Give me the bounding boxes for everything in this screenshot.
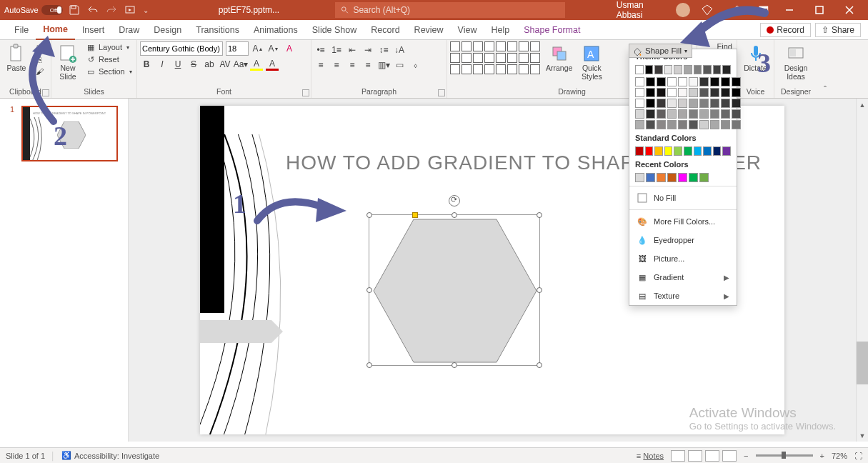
adjustment-handle[interactable] [412, 212, 418, 218]
change-case-button[interactable]: Aa▾ [234, 58, 247, 71]
italic-button[interactable]: I [156, 58, 169, 71]
resize-handle-l[interactable] [366, 287, 372, 293]
color-swatch[interactable] [732, 77, 741, 86]
minimize-button[interactable] [775, 0, 804, 20]
resize-handle-tr[interactable] [537, 212, 542, 218]
resize-handle-r[interactable] [537, 287, 542, 293]
tab-transitions[interactable]: Transitions [189, 20, 246, 40]
decrease-font-icon[interactable]: A▼ [267, 42, 280, 55]
color-swatch[interactable] [678, 88, 687, 97]
color-swatch[interactable] [654, 146, 663, 156]
color-swatch[interactable] [657, 120, 666, 129]
color-swatch[interactable] [678, 173, 687, 182]
zoom-out-button[interactable]: − [744, 452, 748, 460]
color-swatch[interactable] [667, 88, 677, 97]
accessibility-icon[interactable]: ♿ [61, 451, 71, 460]
color-swatch[interactable] [667, 99, 677, 108]
color-swatch[interactable] [646, 77, 655, 86]
color-swatch[interactable] [667, 109, 677, 119]
color-swatch[interactable] [699, 99, 709, 108]
color-swatch[interactable] [689, 109, 698, 119]
color-swatch[interactable] [667, 120, 677, 129]
selected-shape[interactable] [369, 214, 540, 366]
color-swatch[interactable] [721, 99, 730, 108]
color-swatch[interactable] [646, 88, 655, 97]
color-swatch[interactable] [721, 88, 730, 97]
increase-font-icon[interactable]: A▲ [251, 42, 264, 55]
close-button[interactable] [835, 0, 864, 20]
slideshow-view-button[interactable] [722, 450, 737, 462]
justify-button[interactable]: ≡ [361, 59, 374, 71]
vertical-scrollbar[interactable]: ▲ ▼ [856, 99, 868, 442]
start-from-beginning-icon[interactable] [124, 4, 136, 16]
scroll-down-icon[interactable]: ▼ [857, 429, 868, 442]
tab-design[interactable]: Design [146, 20, 189, 40]
decrease-indent-button[interactable]: ⇤ [346, 44, 359, 56]
line-spacing-button[interactable]: ↕≡ [377, 44, 390, 56]
design-ideas-button[interactable]: Design Ideas [777, 41, 814, 82]
color-swatch[interactable] [694, 65, 702, 74]
color-swatch[interactable] [684, 65, 692, 74]
color-swatch[interactable] [657, 173, 666, 182]
zoom-in-button[interactable]: + [820, 452, 824, 460]
color-swatch[interactable] [635, 88, 644, 97]
color-swatch[interactable] [699, 120, 709, 129]
color-swatch[interactable] [635, 146, 644, 156]
tab-record[interactable]: Record [364, 20, 406, 40]
color-swatch[interactable] [721, 77, 730, 86]
color-swatch[interactable] [689, 88, 698, 97]
color-swatch[interactable] [689, 99, 698, 108]
section-button[interactable]: ▭Section▾ [84, 66, 134, 77]
fit-to-window-button[interactable]: ⛶ [854, 452, 862, 460]
columns-button[interactable]: ▥▾ [377, 59, 390, 71]
color-swatch[interactable] [710, 120, 719, 129]
align-text-button[interactable]: ▭ [393, 59, 406, 71]
shapes-gallery[interactable] [450, 41, 540, 74]
highlight-button[interactable]: A [250, 58, 263, 71]
color-swatch[interactable] [635, 99, 644, 108]
tab-shape-format[interactable]: Shape Format [517, 20, 587, 40]
more-colors-item[interactable]: 🎨More Fill Colors... [629, 212, 737, 231]
color-swatch[interactable] [635, 120, 644, 129]
font-color-button[interactable]: A [266, 58, 279, 71]
color-swatch[interactable] [657, 99, 666, 108]
color-swatch[interactable] [646, 109, 655, 119]
shadow-button[interactable]: ab [203, 58, 216, 71]
color-swatch[interactable] [721, 109, 730, 119]
color-swatch[interactable] [713, 146, 722, 156]
color-swatch[interactable] [678, 120, 687, 129]
share-button[interactable]: ⇧Share [815, 23, 861, 37]
collapse-ribbon-icon[interactable]: ˆ [817, 40, 833, 98]
clear-format-icon[interactable]: A [283, 42, 296, 55]
color-swatch[interactable] [635, 77, 644, 86]
color-swatch[interactable] [732, 88, 741, 97]
bullets-button[interactable]: •≡ [314, 44, 327, 56]
resize-handle-tl[interactable] [366, 212, 372, 218]
font-launcher[interactable] [302, 89, 309, 96]
smartart-button[interactable]: ⬨ [409, 59, 421, 71]
font-size-select[interactable] [226, 41, 249, 56]
color-swatch[interactable] [684, 146, 692, 156]
color-swatch[interactable] [699, 77, 709, 86]
color-swatch[interactable] [635, 65, 644, 74]
color-swatch[interactable] [678, 77, 687, 86]
maximize-button[interactable] [805, 0, 834, 20]
color-swatch[interactable] [689, 77, 698, 86]
resize-handle-t[interactable] [452, 212, 457, 218]
autosave-toggle[interactable]: AutoSave Off [4, 5, 63, 15]
color-swatch[interactable] [645, 146, 654, 156]
align-center-button[interactable]: ≡ [330, 59, 343, 71]
resize-handle-b[interactable] [452, 362, 457, 368]
picture-item[interactable]: 🖼Picture... [629, 249, 737, 268]
tab-insert[interactable]: Insert [75, 20, 111, 40]
color-swatch[interactable] [667, 77, 677, 86]
color-swatch[interactable] [721, 120, 730, 129]
layout-button[interactable]: ▦Layout▾ [84, 41, 134, 53]
accessibility-status[interactable]: Accessibility: Investigate [74, 452, 159, 460]
color-swatch[interactable] [703, 65, 712, 74]
arrange-button[interactable]: Arrange [543, 41, 575, 74]
color-swatch[interactable] [710, 77, 719, 86]
paragraph-launcher[interactable] [438, 89, 445, 96]
color-swatch[interactable] [710, 109, 719, 119]
color-swatch[interactable] [646, 120, 655, 129]
